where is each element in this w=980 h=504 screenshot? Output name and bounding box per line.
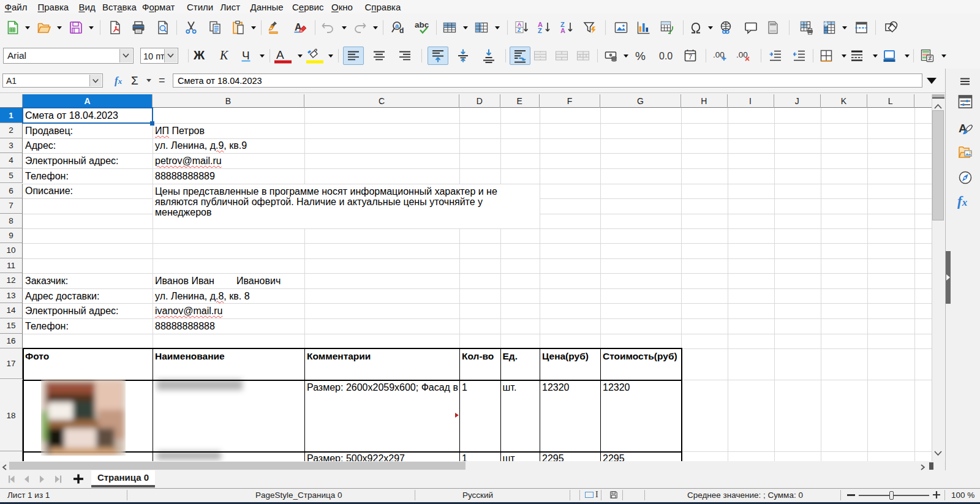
svg-text:0.0: 0.0	[659, 51, 673, 61]
svg-text:Ч: Ч	[242, 49, 250, 62]
svg-text:%: %	[635, 50, 646, 62]
svg-text:A: A	[560, 27, 565, 34]
svg-text:7: 7	[688, 53, 692, 61]
svg-text:К: К	[219, 48, 229, 62]
svg-text:a: a	[395, 22, 399, 29]
svg-text:Z: Z	[538, 27, 542, 34]
svg-text:Z: Z	[518, 26, 521, 33]
svg-text:Ж: Ж	[194, 48, 205, 62]
svg-text:A: A	[276, 48, 284, 61]
svg-text:d: d	[399, 26, 404, 35]
